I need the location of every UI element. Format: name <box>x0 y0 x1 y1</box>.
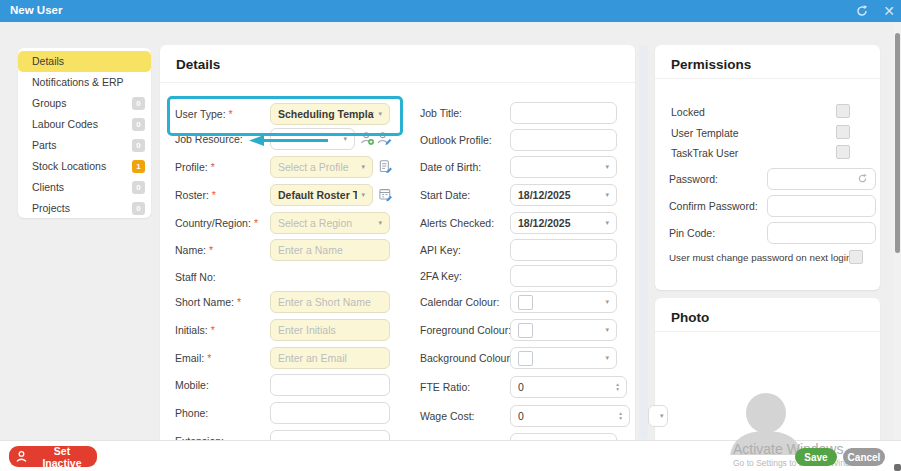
sidebar: DetailsNotifications & ERPGroups0Labour … <box>18 48 151 218</box>
sidebar-item-notifications-erp[interactable]: Notifications & ERP <box>18 72 151 93</box>
date-of-birth-label: Date of Birth: <box>420 161 481 173</box>
close-icon[interactable]: ✕ <box>883 1 895 21</box>
email-label: Email:* <box>175 352 211 364</box>
chevron-down-icon: ▾ <box>601 326 609 334</box>
job-title-field[interactable] <box>510 102 617 124</box>
user-template-label: User Template <box>671 127 739 139</box>
roster-label: Roster:* <box>175 189 216 201</box>
user-type-field[interactable]: Scheduling Template▾ <box>270 103 390 125</box>
phone-field[interactable] <box>270 402 390 424</box>
chevron-down-icon: ▾ <box>601 354 609 362</box>
required-marker: * <box>209 189 216 201</box>
profile-field[interactable]: Select a Profile▾ <box>270 156 373 178</box>
field-value: 0 <box>518 381 524 393</box>
sidebar-item-groups[interactable]: Groups0 <box>18 93 151 114</box>
generate-password-icon[interactable] <box>857 173 868 186</box>
sidebar-item-labour-codes[interactable]: Labour Codes0 <box>18 114 151 135</box>
email-field[interactable]: Enter an Email <box>270 347 390 369</box>
color-swatch <box>518 323 533 338</box>
set-inactive-button[interactable]: Set Inactive <box>9 446 97 467</box>
mobile-field[interactable] <box>270 374 390 396</box>
divider <box>655 78 880 79</box>
calendar-colour-field[interactable]: ▾ <box>510 291 617 313</box>
required-marker: * <box>208 324 215 336</box>
color-swatch <box>518 295 533 310</box>
date-of-birth-field[interactable]: ▾ <box>510 156 617 178</box>
initials-label: Initials:* <box>175 324 215 336</box>
field-label-text: API Key: <box>420 244 461 256</box>
sidebar-item-projects[interactable]: Projects0 <box>18 198 151 219</box>
window-scrollbar-track[interactable] <box>893 22 901 471</box>
pin-code-field[interactable] <box>767 222 876 244</box>
count-badge: 0 <box>132 139 145 152</box>
add-user-icon[interactable] <box>360 131 375 146</box>
job-resource-field[interactable]: ▾ <box>270 128 355 150</box>
staff-no-label: Staff No: <box>175 271 216 283</box>
sidebar-item-stock-locations[interactable]: Stock Locations1 <box>18 156 151 177</box>
wage-cost-label: Wage Cost: <box>420 410 474 422</box>
password-label: Password: <box>669 173 718 185</box>
field-value: 18/12/2025 <box>518 217 571 229</box>
window-scrollbar-thumb[interactable] <box>895 33 900 253</box>
refresh-icon[interactable] <box>855 4 869 18</box>
profile-label: Profile:* <box>175 161 215 173</box>
field-label-text: Calendar Colour: <box>420 296 499 308</box>
password-field[interactable] <box>767 168 876 190</box>
background-colour-field[interactable]: ▾ <box>510 347 617 369</box>
sidebar-item-clients[interactable]: Clients0 <box>18 177 151 198</box>
initials-field[interactable]: Enter Initials <box>270 319 390 341</box>
2fa-key-field[interactable] <box>510 265 617 287</box>
wage-cost-field[interactable]: 0▴▾ <box>510 405 630 427</box>
number-spinner[interactable]: ▴▾ <box>615 411 622 421</box>
field-label-text: Foreground Colour: <box>420 324 511 336</box>
country-region-field[interactable]: Select a Region▾ <box>270 212 390 234</box>
outlook-profile-label: Outlook Profile: <box>420 134 492 146</box>
number-spinner[interactable]: ▴▾ <box>612 382 619 392</box>
field-label-text: Roster: <box>175 189 209 201</box>
field-label-text: 2FA Key: <box>420 270 462 282</box>
count-badge: 0 <box>132 202 145 215</box>
start-date-field[interactable]: 18/12/2025▾ <box>510 184 617 206</box>
roster-field[interactable]: Default Roster Test▾ <box>270 184 373 206</box>
phone-label: Phone: <box>175 407 208 419</box>
details-scrollbar[interactable] <box>639 45 648 440</box>
name-field[interactable]: Enter a Name <box>270 239 390 261</box>
api-key-label: API Key: <box>420 244 461 256</box>
alerts-checked-field[interactable]: 18/12/2025▾ <box>510 212 617 234</box>
foreground-colour-field[interactable]: ▾ <box>510 319 617 341</box>
color-swatch <box>518 351 533 366</box>
sidebar-item-parts[interactable]: Parts0 <box>18 135 151 156</box>
field-placeholder: Enter a Name <box>278 244 343 256</box>
field-label-text: Wage Cost: <box>420 410 474 422</box>
count-badge: 0 <box>132 118 145 131</box>
wage-cost-unit-dropdown[interactable]: ▾ <box>648 405 668 427</box>
api-key-field[interactable] <box>510 239 617 261</box>
tasktrak-user-label: TaskTrak User <box>671 147 738 159</box>
user-template-checkbox[interactable] <box>836 125 850 139</box>
field-label-text: Profile: <box>175 161 208 173</box>
field-label-text: User Type: <box>175 108 226 120</box>
outlook-profile-field[interactable] <box>510 129 617 151</box>
tasktrak-user-checkbox[interactable] <box>836 145 850 159</box>
sidebar-item-details[interactable]: Details <box>18 51 151 72</box>
chevron-down-icon: ▾ <box>601 219 609 227</box>
change-password-checkbox[interactable] <box>849 250 863 264</box>
edit-user-icon[interactable] <box>377 131 392 146</box>
edit-roster-icon[interactable] <box>378 187 393 202</box>
field-placeholder: Enter Initials <box>278 324 336 336</box>
fte-ratio-field[interactable]: 0▴▾ <box>510 376 627 398</box>
chevron-down-icon: ▾ <box>339 135 347 143</box>
short-name-field[interactable]: Enter a Short Name <box>270 291 390 313</box>
confirm-password-field[interactable] <box>767 195 876 217</box>
required-marker: * <box>251 217 258 229</box>
save-button[interactable]: Save <box>795 448 837 466</box>
chevron-down-icon: ▾ <box>357 163 365 171</box>
cancel-button[interactable]: Cancel <box>843 448 885 466</box>
alerts-checked-label: Alerts Checked: <box>420 217 494 229</box>
required-marker: * <box>208 161 215 173</box>
edit-profile-icon[interactable] <box>378 159 393 174</box>
field-placeholder: Enter a Short Name <box>278 296 371 308</box>
field-value: Default Roster Test <box>278 189 357 201</box>
locked-checkbox[interactable] <box>836 104 850 118</box>
chevron-down-icon: ▾ <box>601 298 609 306</box>
